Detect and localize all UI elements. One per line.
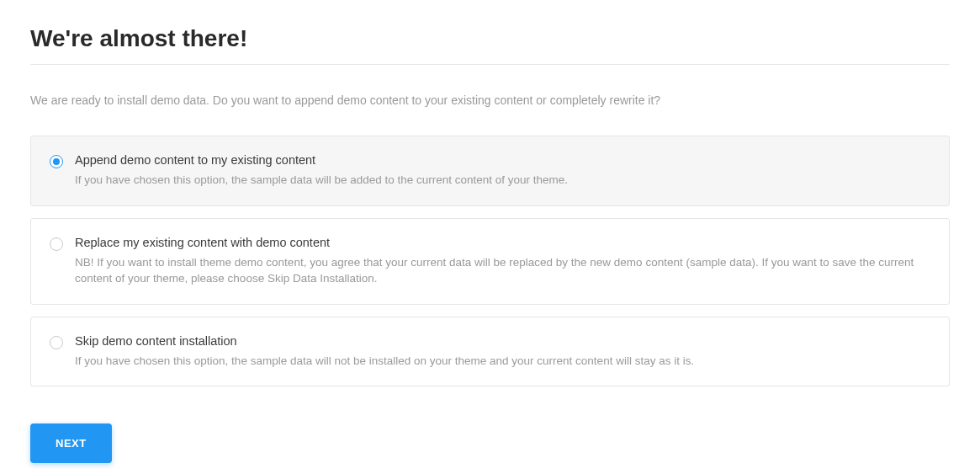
next-button[interactable]: NEXT <box>30 423 112 463</box>
option-skip[interactable]: Skip demo content installationIf you hav… <box>30 317 950 387</box>
option-desc: If you have chosen this option, the samp… <box>75 172 930 189</box>
option-desc: NB! If you want to install theme demo co… <box>75 254 930 287</box>
intro-text: We are ready to install demo data. Do yo… <box>30 93 950 107</box>
option-desc: If you have chosen this option, the samp… <box>75 353 930 370</box>
radio-icon[interactable] <box>50 237 63 251</box>
option-title: Skip demo content installation <box>75 334 930 348</box>
page-title: We're almost there! <box>30 25 950 65</box>
option-append[interactable]: Append demo content to my existing conte… <box>30 136 950 206</box>
radio-icon[interactable] <box>50 155 63 168</box>
option-title: Replace my existing content with demo co… <box>75 236 930 249</box>
radio-icon[interactable] <box>50 336 63 349</box>
option-title: Append demo content to my existing conte… <box>75 153 930 167</box>
option-replace[interactable]: Replace my existing content with demo co… <box>30 218 950 305</box>
